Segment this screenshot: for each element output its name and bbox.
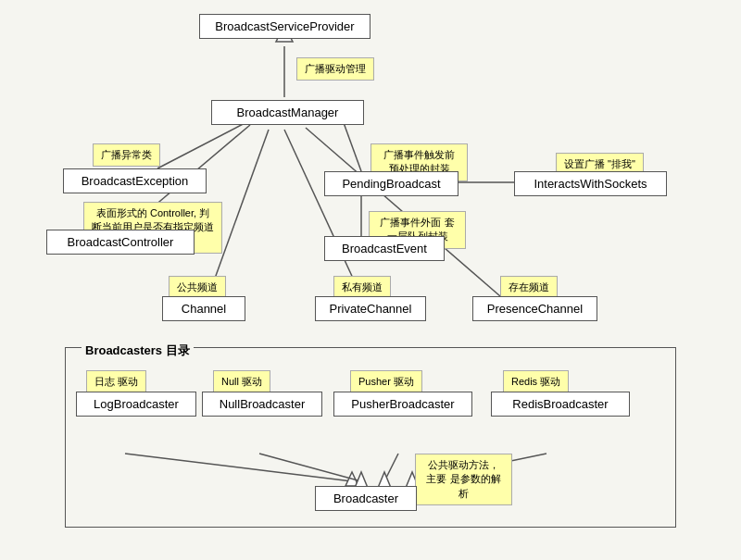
svg-line-7 <box>157 120 250 168</box>
broadcasters-label: Broadcasters 目录 <box>82 342 194 359</box>
log-broadcaster-box: LogBroadcaster <box>76 392 196 417</box>
broadcast-event-box: BroadcastEvent <box>324 236 445 261</box>
redis-broadcaster-box: RedisBroadcaster <box>491 392 630 417</box>
null-broadcaster-box: NullBroadcaster <box>202 392 322 417</box>
presence-channel-box: PresenceChannel <box>472 296 597 321</box>
broadcast-exception-box: BroadcastException <box>63 168 207 193</box>
diagram-container: BroadcastServiceProvider 广播驱动管理 Broadcas… <box>0 0 741 560</box>
broadcast-controller-box: BroadcastController <box>46 230 195 255</box>
interacts-with-sockets-box: InteractsWithSockets <box>514 171 667 196</box>
channel-box: Channel <box>162 296 245 321</box>
broadcast-manager-box: BroadcastManager <box>211 100 364 125</box>
note-null-driver: Null 驱动 <box>213 370 270 393</box>
note-broadcast-exception: 广播异常类 <box>93 143 160 167</box>
private-channel-box: PrivateChannel <box>315 296 426 321</box>
svg-line-2 <box>343 120 361 171</box>
svg-line-10 <box>284 130 361 296</box>
note-redis-driver: Redis 驱动 <box>503 370 569 393</box>
pusher-broadcaster-box: PusherBroadcaster <box>333 392 472 417</box>
note-pusher-driver: Pusher 驱动 <box>350 370 422 393</box>
pending-broadcast-box: PendingBroadcast <box>324 171 458 196</box>
note-broadcaster-desc: 公共驱动方法，主要 是参数的解析 <box>415 454 512 505</box>
note-broadcast-driver: 广播驱动管理 <box>296 57 374 81</box>
broadcast-service-provider-box: BroadcastServiceProvider <box>199 14 370 39</box>
note-log-driver: 日志 驱动 <box>86 370 146 393</box>
broadcaster-box: Broadcaster <box>315 486 417 511</box>
